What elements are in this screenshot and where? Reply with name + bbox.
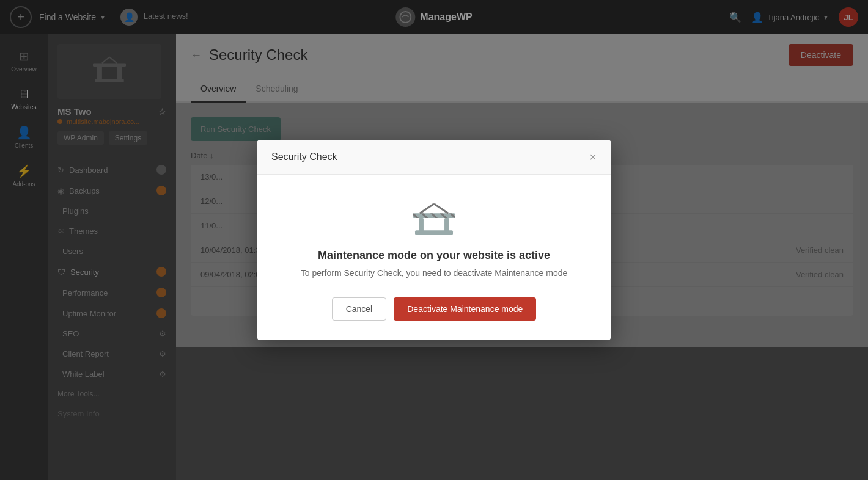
modal-overlay: Security Check × [0, 0, 868, 480]
modal-description: To perform Security Check, you need to d… [271, 268, 597, 278]
close-icon[interactable]: × [589, 151, 597, 163]
modal-dialog: Security Check × [257, 140, 611, 340]
maintenance-icon [271, 199, 597, 237]
svg-rect-9 [444, 218, 449, 231]
svg-line-12 [434, 204, 448, 214]
svg-line-11 [420, 204, 434, 214]
svg-rect-8 [419, 218, 424, 231]
svg-rect-10 [415, 230, 453, 235]
maintenance-svg [410, 199, 458, 237]
modal-actions: Cancel Deactivate Maintenance mode [271, 297, 597, 321]
modal-header: Security Check × [257, 140, 611, 175]
modal-heading: Maintenance mode on your website is acti… [271, 249, 597, 262]
cancel-button[interactable]: Cancel [332, 297, 387, 321]
modal-body: Maintenance mode on your website is acti… [257, 175, 611, 340]
deactivate-maintenance-button[interactable]: Deactivate Maintenance mode [394, 297, 536, 321]
modal-title: Security Check [271, 151, 337, 162]
